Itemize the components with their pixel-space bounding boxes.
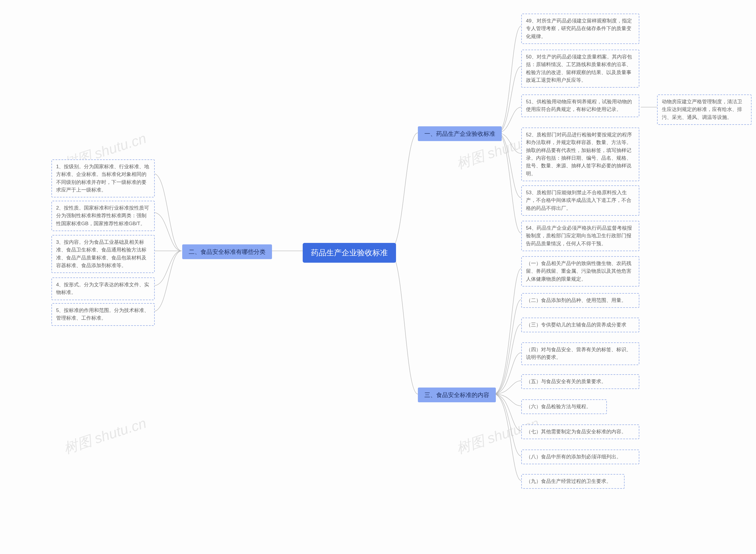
leaf-r1-51: 51、供检验用动物应有饲养规程，试验用动物的使用应符合药典规定，有标记和使用记录… — [521, 95, 639, 117]
leaf-r1-50: 50、对生产的药品必须建立质量档案。其内容包括：原辅料情况、工艺路线和质量标准的… — [521, 50, 639, 88]
leaf-left-3: 3、按内容。分为食品工业基础及相关标准、食品卫生标准、食品通用检验方法标准、食品… — [51, 235, 155, 273]
leaf-r1-extra: 动物房应建立严格管理制度，清洁卫生应达到规定的标准，应有给水、排污、采光、通风、… — [657, 95, 752, 125]
leaf-r2-7: （七）其他需要制定为食品安全标准的内容。 — [521, 425, 639, 439]
leaf-r1-49: 49、对所生产药品必须建立留样观察制度，指定专人管理考察，研究药品在储存条件下的… — [521, 13, 639, 44]
branch-pharma-acceptance[interactable]: 一、药品生产企业验收标准 — [418, 126, 502, 141]
leaf-r2-9: （九）食品生产经营过程的卫生要求。 — [521, 474, 624, 489]
leaf-r1-53: 53、质检部门应能做到禁止不合格原料投入生产，不合格中间体或半成品流入下道工序，… — [521, 185, 639, 216]
leaf-r2-8: （八）食品中所有的添加剂必须详细列出。 — [521, 449, 639, 464]
leaf-r2-3: （三）专供婴幼儿的主辅食品的营养成分要求 — [521, 318, 639, 332]
leaf-left-2: 2、按性质。国家标准和行业标准按性质可分为强制性标准和推荐性标准两类：强制性国家… — [51, 201, 155, 231]
branch-food-safety-categories[interactable]: 二、食品安全标准有哪些分类 — [182, 244, 272, 259]
leaf-r2-1: （一）食品相关产品中的致病性微生物、农药残留、兽药残留、重金属、污染物质以及其他… — [521, 256, 639, 287]
watermark: 树图 shutu.cn — [61, 414, 149, 458]
leaf-r2-2: （二）食品添加剂的品种、使用范围、用量。 — [521, 293, 639, 308]
leaf-r2-6: （六）食品检验方法与规程。 — [521, 399, 607, 414]
leaf-left-1: 1、按级别。分为国家标准、行业标准、地方标准、企业标准。当标准化对象相同的不同级… — [51, 159, 155, 198]
leaf-left-5: 5、按标准的作用和范围。分为技术标准、管理标准、工作标准。 — [51, 303, 155, 326]
leaf-r2-5: （五）与食品安全有关的质量要求。 — [521, 374, 639, 389]
leaf-left-4: 4、按形式。分为文字表达的标准文件、实物标准。 — [51, 277, 155, 300]
leaf-r1-54: 54、药品生产企业必须严格执行药品监督考核报验制度，质检部门应定期向当地卫生行政… — [521, 221, 639, 251]
root-node[interactable]: 药品生产企业验收标准 — [303, 243, 396, 263]
leaf-r2-4: （四）对与食品安全、营养有关的标签、标识、说明书的要求。 — [521, 342, 639, 365]
branch-food-safety-content[interactable]: 三、食品安全标准的内容 — [418, 388, 496, 402]
leaf-r1-52: 52、质检部门对药品进行检验时要按规定的程序和办法取样，并规定取样容器、数量、方… — [521, 127, 639, 181]
connector-lines — [0, 0, 756, 554]
